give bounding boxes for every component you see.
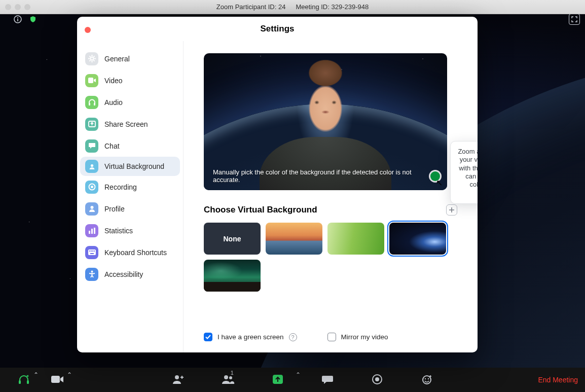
audio-menu-caret[interactable]: ⌃ — [33, 371, 39, 378]
svg-rect-4 — [27, 380, 29, 384]
meeting-id-label: Meeting ID: 329-239-948 — [296, 3, 369, 11]
svg-rect-33 — [90, 253, 94, 254]
background-thumbnails: None — [204, 223, 457, 292]
svg-rect-29 — [89, 251, 90, 252]
stop-video-button[interactable]: ⌃ — [41, 368, 74, 392]
sidebar-item-statistics[interactable]: Statistics — [77, 220, 183, 241]
sidebar-item-label: Chat — [104, 142, 120, 150]
join-audio-button[interactable]: ⌃ — [7, 368, 41, 392]
chat-button[interactable] — [303, 368, 352, 392]
sidebar-item-chat[interactable]: Chat — [77, 135, 183, 157]
bg-thumb-aurora[interactable] — [204, 260, 261, 292]
end-meeting-button[interactable]: End Meeting — [538, 376, 578, 384]
svg-rect-17 — [89, 103, 90, 105]
record-button[interactable] — [352, 368, 402, 392]
svg-point-1 — [17, 17, 18, 18]
fullscreen-icon[interactable] — [569, 14, 580, 25]
sidebar-item-label: Keyboard Shortcuts — [104, 248, 167, 257]
svg-point-11 — [375, 377, 379, 381]
checkbox-icon — [327, 333, 336, 341]
gear-icon — [85, 52, 98, 65]
bg-thumb-grass[interactable] — [327, 223, 384, 255]
participant-id-label: Zoom Participant ID: 24 — [216, 3, 286, 11]
sidebar-item-label: Profile — [104, 205, 125, 213]
share-icon — [272, 374, 284, 386]
invite-button[interactable] — [154, 368, 203, 392]
sidebar-item-share[interactable]: Share Screen — [77, 113, 183, 135]
sidebar-item-shortcuts[interactable]: Keyboard Shortcuts — [77, 241, 183, 263]
encryption-lock-icon[interactable] — [27, 14, 39, 25]
svg-point-6 — [175, 375, 179, 379]
add-background-button[interactable] — [446, 204, 457, 216]
sidebar-item-profile[interactable]: Profile — [77, 198, 183, 220]
sidebar-item-label: Accessibility — [104, 270, 143, 278]
bg-thumb-none[interactable]: None — [204, 223, 261, 255]
svg-rect-5 — [51, 376, 60, 383]
sidebar-item-accessibility[interactable]: Accessibility — [77, 263, 183, 285]
participants-button[interactable]: 1 — [203, 368, 253, 392]
settings-sidebar: General Video Audio Share Screen Chat Vi… — [77, 41, 184, 352]
invite-icon — [172, 374, 185, 386]
chat-icon — [85, 139, 98, 153]
svg-rect-3 — [19, 380, 21, 384]
sidebar-item-general[interactable]: General — [77, 48, 183, 69]
settings-title: Settings — [260, 24, 294, 34]
svg-point-12 — [423, 376, 431, 384]
headphones-icon — [18, 374, 30, 386]
video-preview: Manually pick the color of the backgroun… — [204, 53, 447, 190]
share-screen-button[interactable]: ⌃ — [253, 368, 303, 392]
record-icon — [85, 181, 98, 194]
svg-point-14 — [428, 378, 429, 379]
close-settings-button[interactable] — [85, 27, 91, 33]
section-title: Choose Virtual Background — [204, 205, 317, 215]
svg-rect-28 — [88, 250, 96, 255]
reactions-icon — [421, 374, 432, 386]
svg-point-15 — [90, 57, 93, 60]
svg-rect-2 — [17, 19, 18, 21]
svg-rect-26 — [91, 229, 93, 234]
mirror-video-checkbox[interactable]: Mirror my video — [327, 333, 388, 341]
sidebar-item-recording[interactable]: Recording — [77, 176, 183, 198]
reactions-button[interactable] — [402, 368, 452, 392]
svg-rect-25 — [89, 231, 90, 234]
help-icon[interactable]: ? — [289, 333, 297, 341]
sidebar-item-audio[interactable]: Audio — [77, 91, 183, 113]
traffic-close[interactable] — [5, 4, 11, 10]
share-icon — [85, 118, 98, 131]
stats-icon — [85, 224, 98, 237]
meeting-toolbar: ⌃ ⌃ 1 — [0, 368, 585, 392]
info-icon[interactable] — [12, 14, 23, 25]
traffic-min[interactable] — [15, 4, 21, 10]
sidebar-item-label: Share Screen — [104, 120, 148, 128]
headphones-icon — [85, 96, 98, 109]
cursor-icon: ↖ — [436, 178, 443, 188]
chat-icon — [321, 374, 334, 386]
sidebar-item-virtual-background[interactable]: Virtual Background — [80, 157, 180, 176]
green-screen-checkbox[interactable]: I have a green screen ? — [204, 333, 297, 341]
svg-rect-30 — [91, 251, 92, 252]
checkbox-icon — [204, 333, 212, 341]
svg-rect-18 — [94, 103, 95, 105]
color-pick-tooltip: Zoom automatically detects the color of … — [450, 141, 478, 204]
mirror-label: Mirror my video — [341, 333, 388, 341]
sidebar-item-label: General — [104, 55, 130, 63]
sidebar-item-video[interactable]: Video — [77, 69, 183, 91]
svg-point-24 — [90, 206, 93, 209]
svg-rect-16 — [88, 78, 93, 83]
keyboard-icon — [85, 246, 98, 259]
svg-point-7 — [224, 375, 228, 379]
svg-rect-31 — [92, 251, 93, 252]
profile-icon — [85, 202, 98, 216]
svg-point-13 — [425, 378, 426, 379]
share-menu-caret[interactable]: ⌃ — [296, 371, 301, 378]
svg-point-34 — [91, 271, 93, 273]
bg-thumb-bridge[interactable] — [266, 223, 322, 255]
participant-count: 1 — [231, 370, 234, 376]
traffic-max[interactable] — [24, 4, 30, 10]
svg-rect-27 — [94, 228, 95, 234]
bg-none-label: None — [204, 223, 261, 255]
svg-point-8 — [229, 376, 232, 379]
video-menu-caret[interactable]: ⌃ — [67, 371, 72, 378]
bg-thumb-earth[interactable] — [389, 223, 446, 255]
record-icon — [372, 374, 383, 386]
